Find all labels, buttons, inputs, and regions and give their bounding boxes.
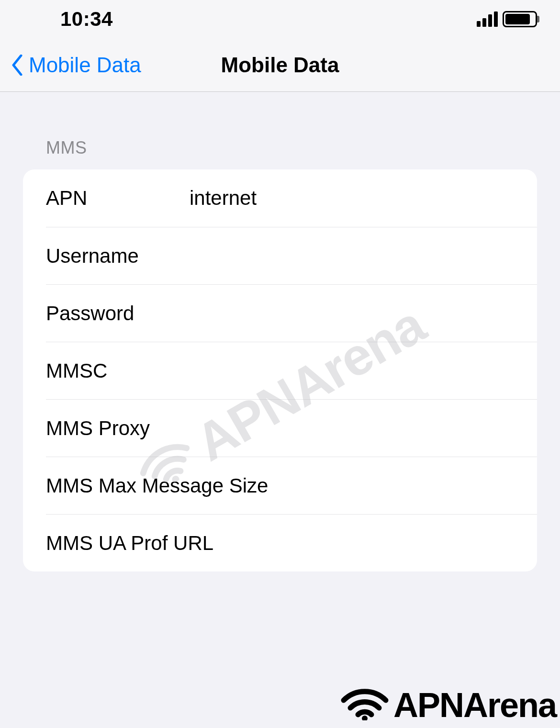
status-time: 10:34	[60, 8, 113, 31]
back-button-label: Mobile Data	[29, 53, 141, 77]
setting-row-mms-ua-prof[interactable]: MMS UA Prof URL	[46, 514, 537, 571]
mms-max-size-field[interactable]	[268, 474, 537, 497]
setting-row-mmsc[interactable]: MMSC	[46, 342, 537, 399]
wifi-icon	[341, 682, 389, 728]
page-title: Mobile Data	[221, 53, 339, 77]
setting-label: MMS UA Prof URL	[46, 532, 213, 555]
password-field[interactable]	[190, 302, 537, 325]
setting-row-apn[interactable]: APN	[23, 169, 537, 227]
mms-proxy-field[interactable]	[190, 417, 537, 440]
chevron-left-icon	[11, 53, 24, 77]
status-bar: 10:34	[0, 0, 560, 38]
battery-icon	[503, 11, 537, 27]
setting-label: MMSC	[46, 359, 190, 382]
setting-row-mms-proxy[interactable]: MMS Proxy	[46, 399, 537, 457]
watermark-bottom: APNArena	[341, 682, 556, 728]
setting-label: APN	[46, 187, 190, 210]
mmsc-field[interactable]	[190, 359, 537, 382]
mms-settings-card: APN Username Password MMSC MMS Proxy MMS…	[23, 169, 537, 571]
setting-row-username[interactable]: Username	[46, 227, 537, 284]
setting-row-password[interactable]: Password	[46, 284, 537, 342]
cellular-signal-icon	[477, 11, 498, 27]
setting-row-mms-max-size[interactable]: MMS Max Message Size	[46, 457, 537, 514]
svg-point-1	[362, 716, 368, 720]
apn-field[interactable]	[190, 187, 537, 210]
status-indicators	[477, 11, 537, 27]
username-field[interactable]	[190, 245, 537, 268]
mms-ua-prof-field[interactable]	[213, 532, 537, 555]
nav-header: Mobile Data Mobile Data	[0, 38, 560, 92]
setting-label: Username	[46, 245, 190, 268]
watermark-text: APNArena	[393, 685, 556, 725]
setting-label: Password	[46, 302, 190, 325]
settings-content: MMS APN Username Password MMSC MMS Proxy…	[0, 92, 560, 571]
back-button[interactable]: Mobile Data	[0, 53, 141, 77]
setting-label: MMS Proxy	[46, 417, 190, 440]
setting-label: MMS Max Message Size	[46, 474, 268, 497]
section-header-mms: MMS	[23, 92, 537, 169]
